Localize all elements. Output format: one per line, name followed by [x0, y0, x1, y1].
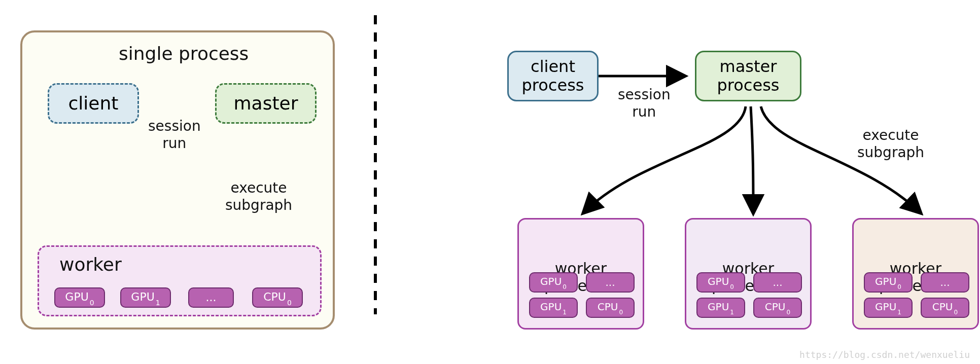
client-label: client: [68, 93, 119, 114]
worker-process-1: worker process 1 GPU0 ... GPU1 CPU0: [517, 218, 644, 330]
wp3-dots: ...: [921, 272, 969, 293]
wp2-cpu0: CPU0: [753, 298, 802, 318]
diagram-canvas: single process client master session run…: [0, 0, 980, 364]
worker-1-devices: GPU0 ... GPU1 CPU0: [526, 272, 636, 321]
wp2-gpu0: GPU0: [696, 272, 745, 293]
device-gpu1-left: GPU1: [120, 287, 171, 308]
single-process-container: single process client master session run…: [20, 30, 335, 330]
wp2-dots: ...: [753, 272, 802, 293]
worker-3-devices: GPU0 ... GPU1 CPU0: [861, 272, 970, 321]
client-process-label: client process: [522, 57, 584, 95]
execute-subgraph-label-right: execute subgraph: [857, 127, 924, 161]
session-run-label-right: session run: [618, 86, 671, 120]
worker-box: worker GPU0 GPU1 ... CPU0: [38, 245, 322, 316]
worker-process-3: worker process 3 GPU0 ... GPU1 CPU0: [852, 218, 979, 330]
watermark: https://blog.csdn.net/wenxueliu: [799, 349, 970, 360]
worker-title: worker: [59, 254, 122, 275]
worker-2-devices: GPU0 ... GPU1 CPU0: [693, 272, 803, 321]
device-dots-left: ...: [188, 287, 234, 308]
wp1-gpu0: GPU0: [529, 272, 578, 293]
execute-subgraph-label-left: execute subgraph: [225, 179, 292, 213]
single-process-title: single process: [119, 43, 249, 64]
wp2-gpu1: GPU1: [696, 298, 745, 318]
wp1-cpu0: CPU0: [586, 298, 635, 318]
master-box: master: [215, 83, 317, 124]
wp1-gpu1: GPU1: [529, 298, 578, 318]
wp3-gpu0: GPU0: [864, 272, 913, 293]
master-label: master: [234, 93, 298, 114]
device-gpu0-left: GPU0: [54, 287, 105, 308]
master-process-label: master process: [717, 57, 780, 95]
client-process-box: client process: [507, 51, 599, 101]
wp3-cpu0: CPU0: [921, 298, 969, 318]
device-cpu0-left: CPU0: [252, 287, 303, 308]
master-process-box: master process: [695, 51, 801, 101]
worker-process-2: worker process 2 GPU0 ... GPU1 CPU0: [685, 218, 812, 330]
session-run-label-left: session run: [148, 118, 201, 152]
wp1-dots: ...: [586, 272, 635, 293]
client-box: client: [48, 83, 139, 124]
wp3-gpu1: GPU1: [864, 298, 913, 318]
